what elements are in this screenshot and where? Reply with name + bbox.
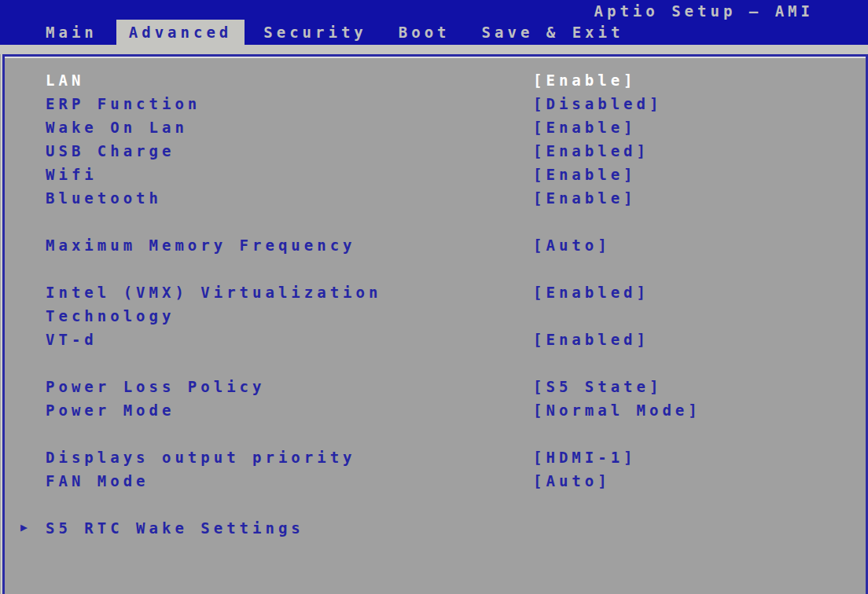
setting-value: [Auto] <box>533 233 611 257</box>
setting-label: Power Mode <box>46 398 533 422</box>
blank-row <box>5 422 866 446</box>
setting-label: Bluetooth <box>46 186 533 210</box>
setting-value: [HDMI-1] <box>533 446 637 469</box>
setting-label: LAN <box>46 68 533 92</box>
settings-list: LAN[Enable]ERP Function[Disabled]Wake On… <box>5 68 866 540</box>
submenu-row-s5-rtc-wake-settings[interactable]: ▶S5 RTC Wake Settings <box>5 516 866 540</box>
setting-value: [Enable] <box>533 116 637 139</box>
setting-value: [Normal Mode] <box>533 398 701 422</box>
setting-value: [Enabled] <box>533 139 649 163</box>
setting-row-intel-vmx-virtualization[interactable]: Intel (VMX) Virtualization[Enabled] <box>5 280 866 304</box>
setting-row-wake-on-lan[interactable]: Wake On Lan[Enable] <box>5 116 866 139</box>
tab-boot[interactable]: Boot <box>386 20 463 45</box>
tab-main[interactable]: Main <box>33 20 110 45</box>
setting-row-usb-charge[interactable]: USB Charge[Enabled] <box>5 139 866 163</box>
tab-advanced[interactable]: Advanced <box>116 20 245 45</box>
setting-row-wifi[interactable]: Wifi[Enable] <box>5 163 866 186</box>
setting-value: [Enabled] <box>533 280 649 304</box>
blank-row <box>5 210 866 233</box>
setting-value: [S5 State] <box>533 375 662 398</box>
setting-row-lan[interactable]: LAN[Enable] <box>5 68 866 92</box>
setting-label: Wifi <box>46 163 533 186</box>
setting-row-maximum-memory-frequency[interactable]: Maximum Memory Frequency[Auto] <box>5 233 866 257</box>
setting-label: Wake On Lan <box>46 116 533 139</box>
submenu-arrow-icon: ▶ <box>20 516 28 540</box>
setting-row-bluetooth[interactable]: Bluetooth[Enable] <box>5 186 866 210</box>
setting-label: VT-d <box>46 328 533 351</box>
setting-row-power-loss-policy[interactable]: Power Loss Policy[S5 State] <box>5 375 866 398</box>
setting-value: [Enable] <box>533 68 637 92</box>
setting-label: Maximum Memory Frequency <box>46 233 533 257</box>
window-title: Aptio Setup – AMI <box>594 2 814 20</box>
setting-label: Displays output priority <box>46 446 533 469</box>
bios-setup-screen: Aptio Setup – AMI MainAdvancedSecurityBo… <box>0 0 868 594</box>
setting-row-fan-mode[interactable]: FAN Mode[Auto] <box>5 469 866 493</box>
setting-value: [Enable] <box>533 186 637 210</box>
setting-label: ERP Function <box>46 92 533 116</box>
setting-label: S5 RTC Wake Settings <box>46 516 533 540</box>
setting-value: [Enabled] <box>533 328 649 351</box>
setting-label: FAN Mode <box>46 469 533 493</box>
blank-row <box>5 351 866 375</box>
tab-save-exit[interactable]: Save & Exit <box>469 20 637 45</box>
setting-row-power-mode[interactable]: Power Mode[Normal Mode] <box>5 398 866 422</box>
tab-security[interactable]: Security <box>251 20 380 45</box>
setting-row-erp-function[interactable]: ERP Function[Disabled] <box>5 92 866 116</box>
menu-bar: MainAdvancedSecurityBootSave & Exit <box>33 20 636 45</box>
blank-row <box>5 493 866 516</box>
settings-panel: LAN[Enable]ERP Function[Disabled]Wake On… <box>2 54 868 594</box>
menu-underline-strip <box>0 45 868 54</box>
setting-value: [Disabled] <box>533 92 662 116</box>
setting-value: [Enable] <box>533 163 637 186</box>
setting-label: Technology <box>46 304 533 328</box>
setting-label: Intel (VMX) Virtualization <box>46 280 533 304</box>
setting-label: Power Loss Policy <box>46 375 533 398</box>
setting-label-continuation: Technology <box>5 304 866 328</box>
setting-label: USB Charge <box>46 139 533 163</box>
header-bar: Aptio Setup – AMI MainAdvancedSecurityBo… <box>0 0 868 45</box>
setting-row-vt-d[interactable]: VT-d[Enabled] <box>5 328 866 351</box>
blank-row <box>5 257 866 280</box>
setting-value: [Auto] <box>533 469 611 493</box>
setting-row-displays-output-priority[interactable]: Displays output priority[HDMI-1] <box>5 446 866 469</box>
